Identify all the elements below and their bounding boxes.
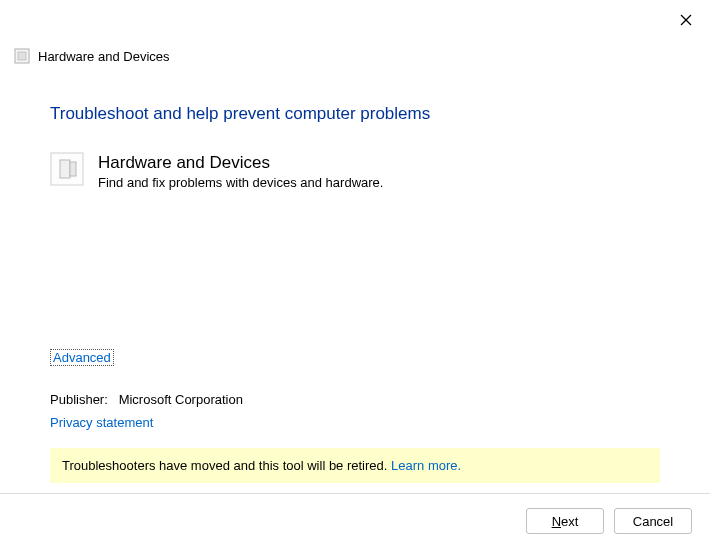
deprecation-notice: Troubleshooters have moved and this tool… (50, 448, 660, 483)
page-heading: Troubleshoot and help prevent computer p… (50, 104, 660, 124)
next-button[interactable]: Next (526, 508, 604, 534)
bottom-block: Advanced Publisher: Microsoft Corporatio… (50, 349, 660, 493)
troubleshooter-text: Hardware and Devices Find and fix proble… (98, 152, 383, 190)
svg-rect-5 (60, 160, 70, 178)
spacer (50, 196, 660, 349)
publisher-value: Microsoft Corporation (119, 392, 243, 407)
notice-text: Troubleshooters have moved and this tool… (62, 458, 391, 473)
learn-more-link[interactable]: Learn more. (391, 458, 461, 473)
troubleshooter-window: Hardware and Devices Troubleshoot and he… (0, 0, 710, 548)
advanced-link[interactable]: Advanced (50, 349, 114, 366)
publisher-label: Publisher: (50, 392, 108, 407)
window-header: Hardware and Devices (0, 40, 710, 64)
content-area: Troubleshoot and help prevent computer p… (0, 64, 710, 493)
window-title: Hardware and Devices (38, 49, 170, 64)
svg-rect-6 (70, 162, 76, 176)
close-icon (680, 14, 692, 26)
troubleshooter-item: Hardware and Devices Find and fix proble… (50, 152, 660, 190)
troubleshooter-description: Find and fix problems with devices and h… (98, 175, 383, 190)
close-button[interactable] (670, 8, 702, 32)
troubleshooter-title: Hardware and Devices (98, 152, 383, 173)
titlebar (0, 0, 710, 40)
publisher-row: Publisher: Microsoft Corporation (50, 392, 660, 407)
cancel-button[interactable]: Cancel (614, 508, 692, 534)
privacy-statement-link[interactable]: Privacy statement (50, 415, 153, 430)
troubleshooter-header-icon (14, 48, 30, 64)
dialog-footer: Next Cancel (0, 493, 710, 548)
svg-rect-3 (18, 52, 26, 60)
device-icon (50, 152, 84, 186)
